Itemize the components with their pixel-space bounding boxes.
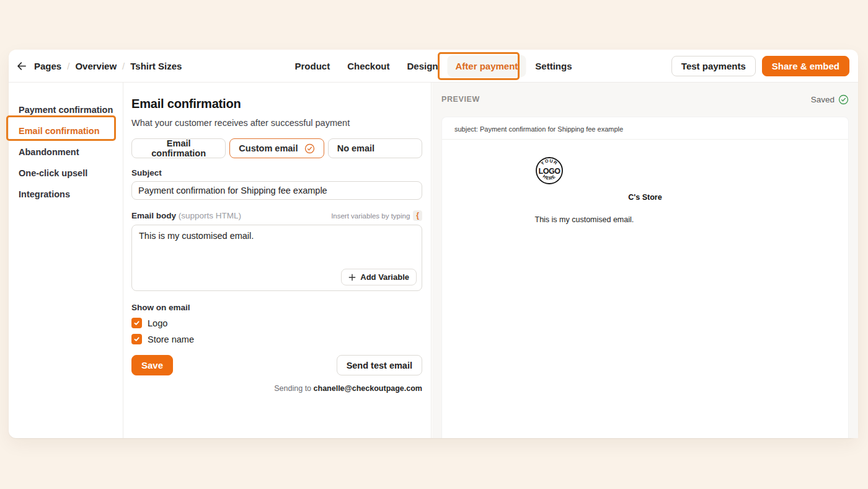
breadcrumb-separator: / <box>67 61 69 71</box>
preview-email-body: YOUR LOGO HERE C's Store This is my cust… <box>535 140 756 224</box>
sidebar-item-email-confirmation[interactable]: Email confirmation <box>9 120 123 141</box>
saved-label: Saved <box>811 95 835 104</box>
email-body-value: This is my customised email. <box>139 231 254 241</box>
your-logo-here-icon: YOUR LOGO HERE <box>535 156 564 185</box>
email-body-label-row: Email body (supports HTML) Insert variab… <box>131 210 422 221</box>
saved-check-icon <box>838 94 849 105</box>
sidebar-item-payment-confirmation[interactable]: Payment confirmation <box>9 99 123 120</box>
email-mode-default-label: Email confirmation <box>141 138 216 158</box>
saved-status: Saved <box>811 94 849 105</box>
app-window: Pages / Overview / Tshirt Sizes Product … <box>9 50 858 438</box>
preview-label: PREVIEW <box>441 95 480 104</box>
sending-to-prefix: Sending to <box>274 384 311 393</box>
preview-panel: PREVIEW Saved subject: Payment confirmat… <box>432 83 858 438</box>
store-logo: YOUR LOGO HERE <box>535 156 756 185</box>
preview-subject-line: subject: Payment confirmation for Shippi… <box>442 117 848 140</box>
logo-checkbox[interactable] <box>131 318 142 328</box>
form-actions-row: Save Send test email <box>131 355 422 375</box>
email-confirmation-form-panel: Email confirmation What your customer re… <box>123 83 432 438</box>
store-name-checkbox[interactable] <box>131 334 142 344</box>
sidebar-item-one-click-upsell[interactable]: One-click upsell <box>9 163 123 184</box>
email-preview-card: subject: Payment confirmation for Shippi… <box>441 117 849 438</box>
add-variable-button[interactable]: Add Variable <box>341 269 417 285</box>
sending-to-email: chanelle@checkoutpage.com <box>314 384 422 393</box>
email-mode-default-button[interactable]: Email confirmation <box>131 138 226 158</box>
top-bar: Pages / Overview / Tshirt Sizes Product … <box>9 50 858 83</box>
breadcrumb-item-page-name: Tshirt Sizes <box>130 61 182 71</box>
breadcrumb-separator: / <box>122 61 125 71</box>
email-mode-none-label: No email <box>337 143 374 153</box>
email-mode-options: Email confirmation Custom email No email <box>131 138 422 158</box>
plus-icon <box>348 274 356 281</box>
send-test-email-button[interactable]: Send test email <box>337 355 422 375</box>
breadcrumb-item-overview[interactable]: Overview <box>75 61 117 71</box>
add-variable-label: Add Variable <box>360 272 409 282</box>
topbar-actions: Test payments Share & embed <box>671 50 849 83</box>
page-title: Email confirmation <box>131 97 422 111</box>
store-name-text: C's Store <box>535 193 756 202</box>
sidebar-item-integrations[interactable]: Integrations <box>9 184 123 205</box>
tab-after-payment[interactable]: After payment <box>447 55 526 77</box>
email-body-label: Email body (supports HTML) <box>131 211 241 220</box>
store-name-checkbox-row[interactable]: Store name <box>131 334 422 344</box>
share-embed-button[interactable]: Share & embed <box>762 56 849 76</box>
after-payment-sidebar: Payment confirmation Email confirmation … <box>9 83 123 438</box>
check-circle-icon <box>304 143 315 154</box>
breadcrumb: Pages / Overview / Tshirt Sizes <box>9 59 182 73</box>
tab-checkout[interactable]: Checkout <box>339 55 397 77</box>
email-mode-custom-label: Custom email <box>239 143 298 153</box>
email-body-hint: (supports HTML) <box>179 211 241 220</box>
insert-variables-hint: Insert variables by typing { <box>331 210 422 221</box>
show-on-email-label: Show on email <box>131 303 422 312</box>
tab-product[interactable]: Product <box>286 55 338 77</box>
sidebar-item-abandonment[interactable]: Abandonment <box>9 141 123 163</box>
subject-input[interactable] <box>131 181 422 200</box>
tab-design[interactable]: Design <box>399 55 446 77</box>
logo-checkbox-row[interactable]: Logo <box>131 318 422 328</box>
page-subtitle: What your customer receives after succes… <box>131 118 422 128</box>
tab-settings[interactable]: Settings <box>527 55 580 77</box>
back-arrow-icon <box>16 60 27 72</box>
email-mode-none-button[interactable]: No email <box>328 138 422 158</box>
breadcrumb-item-pages[interactable]: Pages <box>34 61 61 71</box>
email-body-textarea[interactable]: This is my customised email. Add Variabl… <box>131 225 422 291</box>
brace-symbol-badge: { <box>413 210 422 221</box>
back-button[interactable] <box>14 59 29 73</box>
test-payments-button[interactable]: Test payments <box>671 56 756 76</box>
save-button[interactable]: Save <box>131 355 173 375</box>
preview-body-text: This is my customised email. <box>535 215 756 224</box>
preview-header: PREVIEW Saved <box>432 88 858 110</box>
logo-checkbox-label: Logo <box>148 318 167 328</box>
svg-text:LOGO: LOGO <box>538 167 560 176</box>
email-mode-custom-button[interactable]: Custom email <box>229 138 324 158</box>
editor-tabs: Product Checkout Design After payment Se… <box>286 50 580 83</box>
sending-to-line: Sending to chanelle@checkoutpage.com <box>131 384 422 393</box>
store-name-checkbox-label: Store name <box>148 334 194 344</box>
subject-label: Subject <box>131 168 422 177</box>
